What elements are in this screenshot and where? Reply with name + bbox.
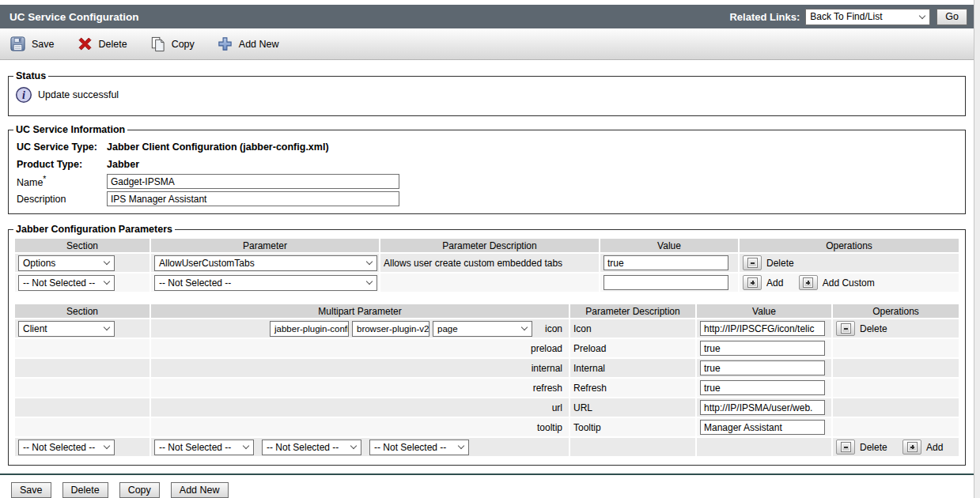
multipart-level1-select[interactable]: jabber-plugin-config — [270, 321, 349, 337]
toolbar-add-new-label: Add New — [239, 39, 279, 50]
chevron-down-icon — [104, 443, 110, 449]
chevron-down-icon — [104, 278, 110, 285]
multipart-key-label: icon — [545, 323, 566, 334]
status-section: Status i Update successful — [8, 70, 966, 116]
chevron-down-icon — [104, 258, 110, 265]
value-field[interactable] — [700, 341, 825, 356]
table-row: refresh Refresh — [15, 379, 959, 397]
add-custom-operation: Add Custom — [799, 275, 875, 290]
parameters-table-header-row: Section Parameter Parameter Description … — [15, 239, 959, 252]
footer-delete-button[interactable]: Delete — [62, 482, 108, 498]
copy-pages-icon — [149, 36, 166, 52]
value-field[interactable] — [700, 420, 825, 435]
column-header-multipart-parameter: Multipart Parameter — [151, 304, 569, 318]
delete-row-button[interactable] — [743, 255, 762, 270]
table-row: -- Not Selected -- -- Not Selected -- --… — [15, 438, 959, 456]
go-button[interactable]: Go — [936, 9, 967, 25]
multipart-level3-select[interactable]: page — [433, 321, 532, 337]
title-bar: UC Service Configuration Related Links: … — [0, 5, 974, 28]
multipart-level1-select[interactable]: -- Not Selected -- — [154, 440, 254, 455]
footer-buttons: Save Delete Copy Add New — [11, 482, 974, 498]
chevron-down-icon — [366, 258, 373, 265]
chevron-down-icon — [366, 278, 373, 285]
multipart-key-label: refresh — [533, 383, 566, 394]
toolbar-add-new-button[interactable]: Add New — [217, 36, 279, 52]
multipart-key-label: tooltip — [537, 422, 566, 433]
uc-service-type-value: Jabber Client Configuration (jabber-conf… — [107, 141, 329, 153]
footer-save-button[interactable]: Save — [11, 482, 51, 498]
multipart-level2-select[interactable]: -- Not Selected -- — [262, 440, 361, 455]
table-row: preload Preload — [15, 339, 959, 357]
delete-row-button[interactable] — [836, 440, 855, 455]
table-row: -- Not Selected -- -- Not Selected -- A — [15, 274, 959, 292]
plus-icon — [747, 277, 758, 288]
product-type-label: Product Type: — [17, 159, 107, 170]
column-header-parameter-description: Parameter Description — [570, 304, 695, 318]
add-row-label: Add — [766, 277, 783, 289]
section-select[interactable]: -- Not Selected -- — [18, 275, 115, 291]
add-row-operation: Add — [743, 275, 783, 290]
jabber-configuration-parameters-legend: Jabber Configuration Parameters — [13, 224, 175, 235]
parameter-select[interactable]: AllowUserCustomTabs — [154, 255, 377, 271]
uc-service-information-section: UC Service Information UC Service Type: … — [8, 124, 966, 214]
table-row: tooltip Tooltip — [15, 418, 959, 436]
parameter-select[interactable]: -- Not Selected -- — [154, 275, 377, 291]
parameter-description-text: Tooltip — [573, 422, 601, 433]
add-custom-label: Add Custom — [823, 277, 875, 289]
minus-icon — [841, 323, 851, 334]
table-row: url URL — [15, 398, 959, 417]
delete-row-operation: Delete — [743, 255, 794, 270]
description-label: Description — [17, 194, 107, 205]
multipart-level3-select[interactable]: -- Not Selected -- — [369, 440, 469, 455]
add-custom-button[interactable] — [799, 275, 818, 290]
section-select[interactable]: -- Not Selected -- — [18, 440, 115, 455]
section-select[interactable]: Client — [18, 321, 115, 337]
required-asterisk: * — [43, 175, 46, 183]
uc-service-information-legend: UC Service Information — [13, 124, 127, 135]
chevron-down-icon — [243, 443, 249, 449]
value-field[interactable] — [604, 275, 728, 290]
page-title: UC Service Configuration — [9, 11, 139, 23]
uc-service-type-label: UC Service Type: — [17, 141, 107, 153]
footer-divider — [0, 473, 974, 475]
status-message: Update successful — [38, 89, 119, 100]
footer-copy-button[interactable]: Copy — [119, 482, 160, 498]
name-field[interactable] — [107, 174, 399, 189]
parameter-description-text: Refresh — [573, 383, 607, 394]
parameter-description-text: Internal — [573, 363, 605, 374]
toolbar-delete-button[interactable]: Delete — [77, 36, 127, 52]
description-field[interactable] — [107, 191, 399, 206]
column-header-parameter: Parameter — [151, 239, 379, 252]
parameters-table: Section Parameter Parameter Description … — [13, 237, 960, 293]
toolbar-save-button[interactable]: Save — [9, 36, 55, 52]
delete-row-operation: Delete — [836, 321, 887, 336]
value-field[interactable] — [700, 400, 825, 415]
section-select[interactable]: Options — [18, 255, 115, 271]
value-field[interactable] — [700, 380, 825, 395]
value-field[interactable] — [700, 321, 825, 336]
jabber-configuration-parameters-section: Jabber Configuration Parameters Section … — [8, 224, 966, 466]
toolbar-copy-label: Copy — [172, 39, 195, 50]
related-links-selected-value: Back To Find/List — [810, 11, 882, 22]
chevron-down-icon — [919, 12, 925, 18]
add-row-button[interactable] — [743, 275, 762, 290]
related-links-select[interactable]: Back To Find/List — [805, 9, 930, 25]
footer-add-new-button[interactable]: Add New — [171, 482, 229, 498]
value-field[interactable] — [700, 360, 825, 375]
minus-icon — [747, 258, 758, 268]
chevron-down-icon — [104, 324, 110, 330]
multipart-key-label: internal — [532, 363, 566, 374]
info-icon: i — [15, 86, 32, 104]
parameter-description-text: Icon — [573, 323, 592, 334]
delete-row-label: Delete — [860, 323, 887, 334]
multipart-level2-select[interactable]: browser-plugin-v2 — [352, 321, 429, 337]
add-row-button[interactable] — [902, 440, 921, 455]
value-field[interactable] — [604, 255, 728, 270]
parameter-description-text: Allows user create custom embedded tabs — [384, 258, 562, 269]
toolbar-copy-button[interactable]: Copy — [149, 36, 195, 52]
scrollbar-track[interactable] — [974, 0, 980, 498]
delete-row-button[interactable] — [836, 321, 855, 336]
chevron-down-icon — [521, 324, 528, 330]
save-floppy-icon — [9, 36, 26, 52]
delete-row-operation: Delete — [836, 440, 887, 455]
